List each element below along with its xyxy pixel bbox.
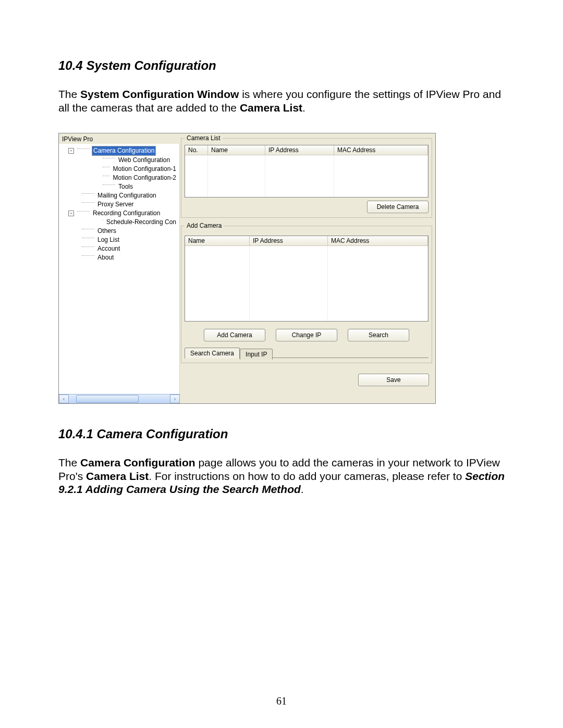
add-camera-tabs: Search Camera Input IP [185, 348, 429, 359]
table-row[interactable] [185, 296, 428, 304]
table-row[interactable] [185, 180, 428, 189]
col-ip[interactable]: IP Address [250, 236, 328, 246]
text: The [58, 88, 80, 100]
tree-node-about[interactable]: About [61, 253, 177, 262]
tree-node-tools[interactable]: Tools [61, 182, 177, 191]
add-camera-button[interactable]: Add Camera [204, 329, 265, 341]
text: . For instructions on how to do add your… [149, 470, 465, 482]
tree-label: Log List [96, 236, 120, 244]
table-row[interactable] [185, 313, 428, 321]
right-panel: Camera List No. Name IP Address MAC Addr… [180, 133, 435, 403]
tree-node-proxy[interactable]: Proxy Server [61, 200, 177, 209]
tab-input-ip[interactable]: Input IP [240, 349, 273, 360]
tree-node-schedule[interactable]: Schedule-Recording Con [61, 218, 177, 227]
window-title: IPView Pro [59, 133, 180, 144]
col-name[interactable]: Name [185, 236, 250, 246]
tree-node-account[interactable]: Account [61, 244, 177, 253]
scroll-right-button[interactable]: › [170, 394, 180, 403]
table-row[interactable] [185, 279, 428, 288]
table-row[interactable] [185, 288, 428, 296]
table-row[interactable] [185, 246, 428, 254]
scroll-track[interactable] [69, 394, 170, 403]
tree-node-camera-configuration[interactable]: − Camera Configuration [61, 146, 177, 156]
tree-node-motion-1[interactable]: Motion Configuration-1 [61, 165, 177, 174]
change-ip-button[interactable]: Change IP [276, 329, 337, 341]
text-bold: Camera Configuration [80, 456, 195, 468]
col-mac[interactable]: MAC Address [328, 236, 428, 246]
camera-list-body [185, 155, 428, 197]
table-row[interactable] [185, 172, 428, 180]
tree-label: Camera Configuration [92, 146, 156, 156]
tab-search-camera[interactable]: Search Camera [185, 348, 240, 359]
add-camera-body [185, 246, 428, 321]
col-no[interactable]: No. [185, 145, 208, 155]
tree-label: Web Configuration [117, 156, 171, 165]
tree-node-others[interactable]: Others [61, 227, 177, 236]
tree-node-motion-2[interactable]: Motion Configuration-2 [61, 174, 177, 182]
add-camera-header: Name IP Address MAC Address [185, 236, 428, 246]
tree-label: Mailing Configuration [96, 191, 157, 200]
col-ip[interactable]: IP Address [265, 145, 334, 155]
delete-camera-button[interactable]: Delete Camera [367, 201, 429, 213]
text: The [58, 456, 80, 468]
system-config-window: IPView Pro − Camera Configuration Web Co… [58, 133, 436, 404]
tree-label: Tools [117, 182, 134, 191]
subsection-heading: 10.4.1 Camera Configuration [58, 427, 506, 441]
text-bold: Camera List [86, 470, 149, 482]
table-row[interactable] [185, 164, 428, 172]
add-camera-legend: Add Camera [185, 222, 224, 229]
collapse-icon[interactable]: − [68, 148, 74, 154]
camera-list-view[interactable]: No. Name IP Address MAC Address [185, 145, 429, 198]
camera-list-group: Camera List No. Name IP Address MAC Addr… [181, 134, 432, 218]
table-row[interactable] [185, 271, 428, 279]
tree-node-mailing[interactable]: Mailing Configuration [61, 191, 177, 200]
tree-label: Motion Configuration-2 [112, 174, 177, 182]
tree-label: Recording Configuration [92, 209, 161, 218]
tree-view[interactable]: − Camera Configuration Web Configuration… [59, 144, 180, 394]
tree-label: Proxy Server [96, 200, 134, 209]
scroll-thumb[interactable] [76, 395, 139, 403]
table-row[interactable] [185, 189, 428, 197]
horizontal-scrollbar[interactable]: ‹ › [59, 394, 180, 403]
col-mac[interactable]: MAC Address [334, 145, 428, 155]
chevron-left-icon: ‹ [63, 396, 65, 402]
search-button[interactable]: Search [348, 329, 409, 341]
tree-node-loglist[interactable]: Log List [61, 236, 177, 244]
tree-label: Others [96, 227, 117, 236]
page-number: 61 [0, 695, 563, 707]
camera-config-paragraph: The Camera Configuration page allows you… [58, 456, 506, 496]
text-bold: Camera List [240, 102, 302, 114]
tree-node-recording[interactable]: − Recording Configuration [61, 209, 177, 218]
col-name[interactable]: Name [208, 145, 265, 155]
add-camera-group: Add Camera Name IP Address MAC Address [181, 222, 432, 363]
text-bold: System Configuration Window [80, 88, 239, 100]
camera-list-header: No. Name IP Address MAC Address [185, 145, 428, 155]
section-heading: 10.4 System Configuration [58, 58, 506, 73]
tree-label: Schedule-Recording Con [105, 218, 177, 227]
tree-label: Account [96, 244, 121, 253]
save-button[interactable]: Save [358, 374, 429, 386]
text: . [301, 483, 304, 495]
add-camera-list-view[interactable]: Name IP Address MAC Address [185, 236, 429, 322]
camera-list-legend: Camera List [185, 134, 223, 142]
text: . [302, 102, 305, 114]
table-row[interactable] [185, 304, 428, 313]
tree-label: About [96, 253, 115, 262]
tree-label: Motion Configuration-1 [112, 165, 177, 174]
tree-node-web-configuration[interactable]: Web Configuration [61, 156, 177, 165]
intro-paragraph: The System Configuration Window is where… [58, 88, 506, 114]
chevron-right-icon: › [174, 396, 176, 402]
table-row[interactable] [185, 263, 428, 271]
tree-panel: IPView Pro − Camera Configuration Web Co… [59, 133, 180, 403]
scroll-left-button[interactable]: ‹ [59, 394, 69, 403]
table-row[interactable] [185, 254, 428, 263]
table-row[interactable] [185, 155, 428, 164]
collapse-icon[interactable]: − [68, 211, 74, 216]
